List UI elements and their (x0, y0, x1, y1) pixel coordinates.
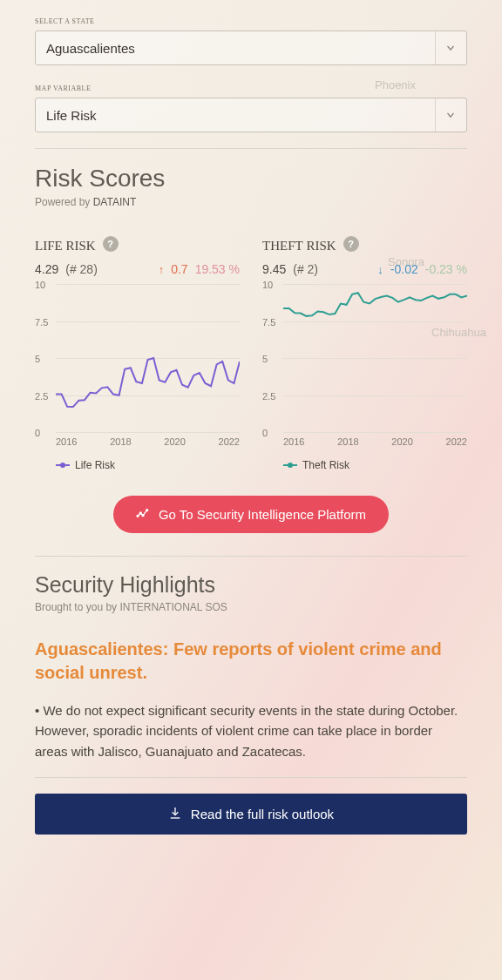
powered-by: Powered by DATAINT (35, 196, 467, 208)
life-risk-panel: Life Risk ? 4.29 (# 28) ↑ 0.7 19.53 % 10… (35, 233, 240, 471)
life-risk-sparkline (56, 285, 240, 441)
y-tick: 10 (35, 280, 45, 290)
security-highlights-title: Security Highlights (35, 572, 467, 598)
risk-scores-title: Risk Scores (35, 165, 467, 193)
cta-label: Go To Security Intelligence Platform (159, 507, 366, 522)
theft-risk-value: 9.45 (262, 262, 286, 276)
brand-dataint: DATAINT (93, 196, 137, 208)
y-tick: 0 (262, 428, 268, 438)
select-state-dropdown[interactable]: Aguascalientes (35, 30, 467, 65)
read-outlook-button[interactable]: Read the full risk outlook (35, 794, 467, 835)
theft-risk-pct: -0.23 % (425, 262, 467, 276)
legend-label: Life Risk (75, 459, 115, 471)
y-tick: 5 (35, 354, 40, 364)
legend-swatch (283, 464, 297, 466)
select-state-label: SELECT A STATE (35, 14, 467, 27)
chevron-down-icon (435, 98, 465, 132)
map-variable-label: MAP VARIABLE (35, 81, 467, 94)
divider (35, 777, 467, 778)
y-tick: 5 (262, 354, 268, 364)
select-state-value: Aguascalientes (46, 41, 135, 56)
map-variable-value: Life Risk (46, 108, 97, 123)
y-tick: 2.5 (35, 391, 48, 402)
theft-risk-panel: Theft Risk ? 9.45 (# 2) ↓ -0.02 -0.23 % … (262, 233, 467, 471)
help-icon[interactable]: ? (103, 236, 119, 252)
y-tick: 7.5 (262, 317, 275, 328)
legend-swatch (56, 464, 70, 466)
life-risk-pct: 19.53 % (195, 262, 240, 276)
theft-risk-title: Theft Risk (262, 233, 336, 255)
divider (35, 556, 467, 557)
outlook-label: Read the full risk outlook (191, 807, 334, 821)
svg-point-1 (139, 512, 141, 514)
life-risk-chart: 10 7.5 5 2.5 0 (35, 285, 240, 433)
y-tick: 0 (35, 428, 40, 438)
life-risk-rank: (# 28) (65, 262, 98, 276)
theft-risk-chart: 10 7.5 5 2.5 0 (262, 285, 467, 433)
theft-risk-sparkline (283, 285, 467, 441)
highlight-headline: Aguascalientes: Few reports of violent c… (35, 638, 467, 685)
svg-point-0 (137, 515, 139, 517)
y-tick: 10 (262, 280, 273, 290)
y-tick: 7.5 (35, 317, 48, 328)
map-variable-dropdown[interactable]: Life Risk (35, 98, 467, 132)
brought-by: Brought to you by INTERNATIONAL SOS (35, 601, 467, 613)
brand-intl-sos: INTERNATIONAL SOS (119, 601, 227, 613)
theft-risk-rank: (# 2) (293, 262, 318, 276)
divider (35, 148, 467, 149)
theft-risk-delta: -0.02 (390, 262, 418, 276)
life-risk-title: Life Risk (35, 233, 96, 255)
chart-icon (136, 506, 150, 523)
download-icon (168, 806, 182, 822)
svg-point-2 (142, 515, 144, 517)
go-to-platform-button[interactable]: Go To Security Intelligence Platform (113, 496, 389, 533)
help-icon[interactable]: ? (343, 236, 359, 252)
highlight-body: • We do not expect significant security … (35, 700, 467, 761)
legend-label: Theft Risk (302, 459, 349, 471)
svg-point-3 (146, 510, 148, 511)
arrow-up-icon: ↑ (159, 263, 165, 276)
arrow-down-icon: ↓ (377, 263, 383, 276)
y-tick: 2.5 (262, 391, 275, 402)
life-risk-value: 4.29 (35, 262, 58, 276)
chevron-down-icon (435, 31, 465, 64)
life-risk-delta: 0.7 (171, 262, 187, 276)
